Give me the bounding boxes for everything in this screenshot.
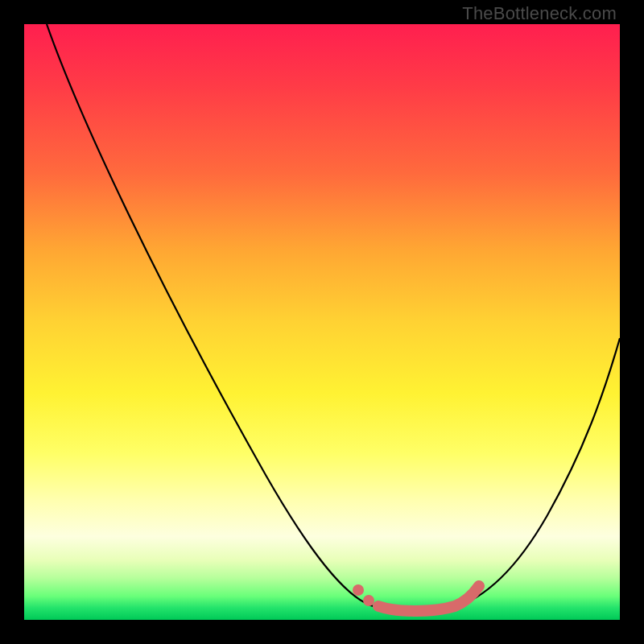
optimal-range-dot — [363, 595, 374, 606]
watermark-text: TheBottleneck.com — [462, 3, 617, 24]
curve-right-branch — [451, 338, 620, 609]
optimal-range-highlight — [378, 586, 479, 611]
chart-frame: TheBottleneck.com — [0, 0, 644, 644]
bottleneck-curve-svg — [24, 24, 620, 620]
optimal-range-dot — [353, 584, 364, 596]
curve-left-branch — [47, 24, 370, 605]
plot-area — [24, 24, 620, 620]
